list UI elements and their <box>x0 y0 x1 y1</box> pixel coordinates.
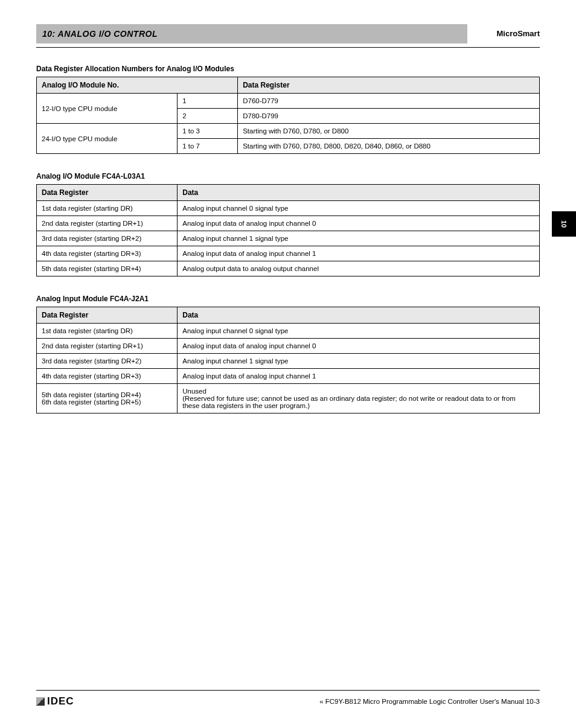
section-heading: Analog I/O Module FC4A-L03A1 <box>36 172 540 180</box>
table-cell: Analog input data of analog input channe… <box>178 216 540 231</box>
table-cell: D760-D779 <box>238 94 540 109</box>
table-header: Data Register <box>37 307 178 324</box>
table-header: Data Register <box>37 185 178 201</box>
table-cell: 1st data register (starting DR) <box>37 201 178 216</box>
table-cell: 1 to 7 <box>178 139 238 154</box>
page-tab-marker: 10 <box>552 211 576 237</box>
header-rule <box>36 47 540 48</box>
table-cell: 3rd data register (starting DR+2) <box>37 354 178 369</box>
table-header: Data <box>178 307 540 324</box>
table-cell: Unused (Reserved for future use; cannot … <box>178 384 540 413</box>
header-bar: 10: ANALOG I/O CONTROL MicroSmart <box>36 24 540 43</box>
table-cell: Analog input data of analog input channe… <box>178 369 540 384</box>
table-header: Data Register <box>238 77 540 94</box>
table-cell: 5th data register (starting DR+4) 6th da… <box>37 384 178 413</box>
table-cell: 4th data register (starting DR+3) <box>37 369 178 384</box>
table-cell: Analog input data of analog input channe… <box>178 246 540 261</box>
table-cell: Analog output data to analog output chan… <box>178 261 540 276</box>
table-cell: 1st data register (starting DR) <box>37 324 178 339</box>
table-cell: Analog input channel 0 signal type <box>178 201 540 216</box>
table-cell: 4th data register (starting DR+3) <box>37 246 178 261</box>
table-cell: 2nd data register (starting DR+1) <box>37 216 178 231</box>
table-cell: 2 <box>178 109 238 124</box>
spec-table: Analog I/O Module No.Data Register12-I/O… <box>36 77 540 154</box>
footer: IDEC « FC9Y-B812 Micro Programmable Logi… <box>36 690 540 707</box>
logo-icon <box>36 697 45 706</box>
table-cell: 3rd data register (starting DR+2) <box>37 231 178 246</box>
content-area: Data Register Allocation Numbers for Ana… <box>36 65 540 413</box>
table-cell: Starting with D760, D780, or D800 <box>238 124 540 139</box>
table-header: Analog I/O Module No. <box>37 77 238 94</box>
section-heading: Data Register Allocation Numbers for Ana… <box>36 65 540 73</box>
spec-table: Data RegisterData1st data register (star… <box>36 307 540 413</box>
table-cell: 1 to 3 <box>178 124 238 139</box>
spec-table: Data RegisterData1st data register (star… <box>36 184 540 276</box>
table-header: Data <box>178 185 540 201</box>
footer-page-info: « FC9Y-B812 Micro Programmable Logic Con… <box>319 698 540 705</box>
chapter-title: 10: ANALOG I/O CONTROL <box>36 24 467 43</box>
table-cell: D780-D799 <box>238 109 540 124</box>
logo-text: IDEC <box>47 695 74 707</box>
table-cell: Analog input data of analog input channe… <box>178 339 540 354</box>
footer-logo: IDEC <box>36 695 74 707</box>
header-product-name: MicroSmart <box>467 24 540 43</box>
table-cell: Analog input channel 1 signal type <box>178 354 540 369</box>
table-cell: Analog input channel 1 signal type <box>178 231 540 246</box>
table-cell: 1 <box>178 94 238 109</box>
table-cell: Starting with D760, D780, D800, D820, D8… <box>238 139 540 154</box>
table-cell: Analog input channel 0 signal type <box>178 324 540 339</box>
table-cell: 12-I/O type CPU module <box>37 94 178 124</box>
table-cell: 2nd data register (starting DR+1) <box>37 339 178 354</box>
section-heading: Analog Input Module FC4A-J2A1 <box>36 295 540 303</box>
table-cell: 24-I/O type CPU module <box>37 124 178 154</box>
table-cell: 5th data register (starting DR+4) <box>37 261 178 276</box>
